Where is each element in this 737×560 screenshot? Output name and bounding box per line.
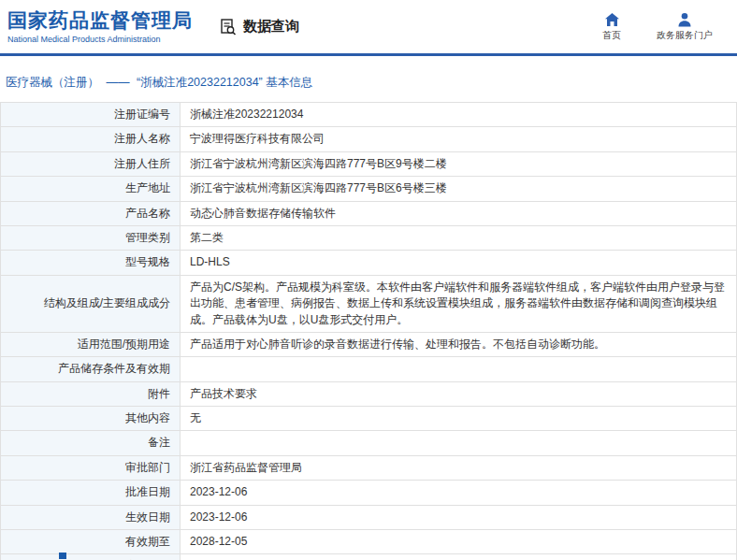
breadcrumb-current: “浙械注准20232212034” 基本信息	[137, 76, 312, 89]
header: 国家药品监督管理局 National Medical Products Admi…	[0, 0, 737, 53]
row-value: 产品适用于对心肺音听诊的录音数据进行传输、处理和报告。不包括自动诊断功能。	[181, 332, 737, 356]
row-value: 产品为C/S架构。产品规模为科室级。本软件由客户端软件和服务器端软件组成，客户端…	[181, 275, 737, 332]
table-row: 生产地址浙江省宁波杭州湾新区滨海四路777号B区6号楼三楼	[1, 177, 737, 201]
row-label: 有效期至	[1, 530, 181, 554]
row-value	[181, 554, 737, 560]
row-value: LD-HLS	[181, 251, 737, 275]
row-label: 型号规格	[1, 251, 181, 275]
row-value: 2023-12-06	[181, 481, 737, 505]
page-title-label: 数据查询	[243, 18, 299, 36]
table-row: 批准日期2023-12-06	[1, 481, 737, 505]
nav-home[interactable]: 首页	[602, 12, 621, 42]
row-label: 生产地址	[1, 177, 181, 201]
row-value: 浙江省药品监督管理局	[181, 455, 737, 480]
row-label: 结构及组成/主要组成成分	[1, 275, 181, 332]
row-label: 注册人名称	[1, 127, 181, 151]
user-icon	[677, 12, 692, 27]
row-label: 产品名称	[1, 201, 181, 225]
row-label: 批准日期	[1, 481, 181, 505]
row-value: 无	[181, 407, 737, 431]
row-label: 备注	[1, 431, 181, 455]
table-row: 注册证编号浙械注准20232212034	[1, 103, 737, 127]
logo-title: 国家药品监督管理局	[7, 9, 193, 32]
table-row: 注册人名称宁波理得医疗科技有限公司	[1, 127, 737, 151]
row-value: 动态心肺音数据存储传输软件	[181, 201, 737, 225]
table-row: 审批部门浙江省药品监督管理局	[1, 455, 737, 480]
footer-marker	[59, 553, 66, 559]
data-query-icon	[219, 18, 238, 36]
row-value: 浙械注准20232212034	[181, 103, 737, 127]
registration-info-table: 注册证编号浙械注准20232212034注册人名称宁波理得医疗科技有限公司注册人…	[0, 102, 737, 560]
row-value: 浙江省宁波杭州湾新区滨海四路777号B区6号楼三楼	[181, 177, 737, 201]
row-label: 其他内容	[1, 407, 181, 431]
nav-gov-portal[interactable]: 政务服务门户	[657, 12, 713, 42]
table-row: 产品储存条件及有效期	[1, 357, 737, 381]
table-row: 变更情况	[1, 554, 737, 560]
table-row: 型号规格LD-HLS	[1, 251, 737, 275]
row-label: 变更情况	[1, 554, 181, 560]
header-nav: 首页 政务服务门户	[602, 12, 737, 42]
breadcrumb: 医疗器械（注册） —— “浙械注准20232212034” 基本信息	[0, 56, 737, 102]
row-label: 注册人住所	[1, 151, 181, 176]
row-value: 2028-12-05	[181, 530, 737, 554]
breadcrumb-category: 医疗器械（注册）	[6, 76, 99, 89]
table-row: 适用范围/预期用途产品适用于对心肺音听诊的录音数据进行传输、处理和报告。不包括自…	[1, 332, 737, 356]
row-value: 第二类	[181, 225, 737, 250]
row-value: 2023-12-06	[181, 505, 737, 529]
nav-home-label: 首页	[602, 29, 621, 42]
logo-subtitle: National Medical Products Administration	[7, 35, 193, 44]
table-row: 其他内容无	[1, 407, 737, 431]
table-row: 备注	[1, 431, 737, 455]
nav-gov-portal-label: 政务服务门户	[657, 29, 713, 42]
table-row: 注册人住所浙江省宁波杭州湾新区滨海四路777号B区9号楼二楼	[1, 151, 737, 176]
table-row: 附件产品技术要求	[1, 381, 737, 406]
row-label: 管理类别	[1, 225, 181, 250]
row-value	[181, 357, 737, 381]
row-label: 生效日期	[1, 505, 181, 529]
breadcrumb-separator: ——	[106, 76, 129, 89]
page-title: 数据查询	[219, 18, 299, 36]
row-value: 宁波理得医疗科技有限公司	[181, 127, 737, 151]
table-row: 管理类别第二类	[1, 225, 737, 250]
row-value	[181, 431, 737, 455]
table-row: 有效期至2028-12-05	[1, 530, 737, 554]
home-icon	[604, 12, 620, 27]
row-label: 附件	[1, 381, 181, 406]
row-label: 适用范围/预期用途	[1, 332, 181, 356]
row-label: 产品储存条件及有效期	[1, 357, 181, 381]
row-value: 产品技术要求	[181, 381, 737, 406]
table-row: 结构及组成/主要组成成分产品为C/S架构。产品规模为科室级。本软件由客户端软件和…	[1, 275, 737, 332]
nmpa-logo[interactable]: 国家药品监督管理局 National Medical Products Admi…	[7, 9, 193, 43]
row-label: 审批部门	[1, 455, 181, 480]
row-label: 注册证编号	[1, 103, 181, 127]
table-row: 生效日期2023-12-06	[1, 505, 737, 529]
row-value: 浙江省宁波杭州湾新区滨海四路777号B区9号楼二楼	[181, 151, 737, 176]
page: 国家药品监督管理局 National Medical Products Admi…	[0, 0, 737, 560]
table-row: 产品名称动态心肺音数据存储传输软件	[1, 201, 737, 225]
